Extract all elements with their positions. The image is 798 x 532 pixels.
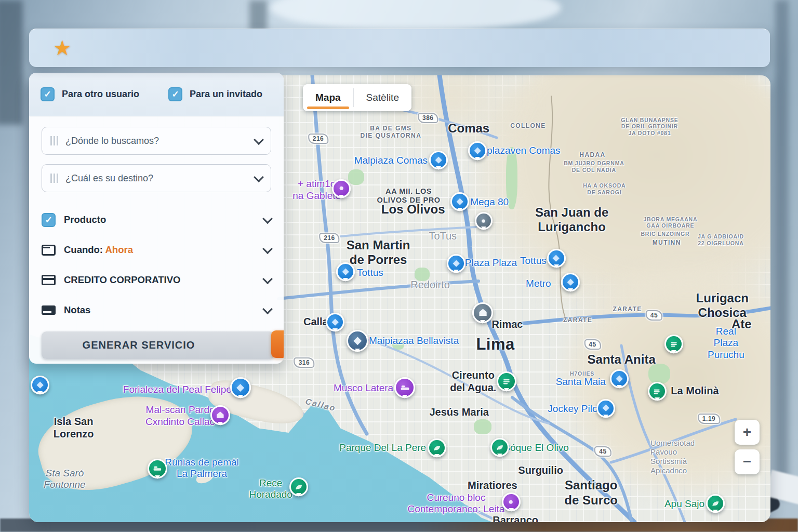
map-marker-bag-icon[interactable] (347, 330, 368, 352)
notes-row[interactable]: Notas (42, 295, 271, 325)
map-marker-bag-icon[interactable] (447, 254, 466, 273)
credit-card-icon (42, 275, 56, 285)
map-marker-bag-icon[interactable] (610, 369, 629, 388)
map-label: Lima (476, 335, 514, 354)
map-label: Miratiores (468, 480, 517, 493)
map-label: Cireunto del Agua. (450, 369, 496, 394)
map-label: Comas (448, 121, 489, 136)
note-icon (42, 305, 56, 315)
zoom-out-button[interactable]: − (735, 449, 760, 474)
panel-body: ✓ Producto Cuando: Ahora CREDITO CORPORA… (29, 116, 284, 359)
map-marker-bag-icon[interactable] (561, 273, 580, 291)
map-label: Barranco (493, 514, 538, 522)
chevron-down-icon[interactable] (262, 274, 273, 284)
map-label[interactable]: Tottus (520, 255, 547, 267)
when-row[interactable]: Cuando: Ahora (42, 235, 271, 265)
map-label[interactable]: Forialeza del Peal Felipe (123, 383, 232, 395)
favorite-star-icon[interactable]: ★ (53, 37, 72, 58)
map-marker-bed-icon[interactable] (394, 377, 415, 398)
map-marker-bag-icon[interactable] (450, 192, 469, 211)
map-label: ZARATE (563, 316, 592, 324)
chevron-down-icon[interactable] (262, 244, 273, 254)
map-label[interactable]: Cureuno bloc Contemporanco: Leita (407, 491, 504, 515)
map-label[interactable]: Musco Latera (334, 382, 393, 394)
pickup-input[interactable] (64, 135, 248, 147)
drag-handle-icon (50, 136, 52, 145)
zoom-in-button[interactable]: + (735, 420, 760, 445)
map-marker-bag-icon[interactable] (468, 141, 487, 160)
generate-service-button[interactable]: GENERAR SERVICIO (42, 331, 274, 359)
map-label: AA MII. LOS OLIVOS DE PRO (377, 187, 441, 205)
screen: 21638621645451.1945316 ComasLos OlivosSa… (0, 0, 798, 532)
map-label[interactable]: Metro (526, 278, 551, 289)
map-marker-leaf-icon[interactable] (428, 438, 446, 457)
map-label[interactable]: Apu Sajo (664, 498, 704, 510)
chevron-down-icon[interactable] (262, 304, 273, 314)
map-label[interactable]: Uomersiotad Pavouo Sortissmià Apicadnco (650, 438, 695, 475)
map-marker-dot-icon[interactable] (502, 493, 521, 511)
map-marker-house-icon[interactable] (472, 302, 493, 323)
road-shield: 45 (584, 339, 601, 350)
map-marker-bag-icon[interactable] (230, 377, 251, 398)
map-label: JA G ADBIOA/D 22 OIGRLUONA (698, 233, 744, 246)
map-label[interactable]: Mega 80 (470, 196, 509, 208)
map-label[interactable]: Real Plaza Puruchu (704, 326, 749, 361)
map-marker-burger-icon[interactable] (648, 382, 667, 401)
road-shield: 316 (294, 357, 315, 368)
payment-row[interactable]: CREDITO CORPORATIVO (42, 265, 271, 295)
map-marker-dot-icon[interactable] (332, 179, 351, 198)
window-frame-decor (0, 0, 23, 125)
map-marker-bag-icon[interactable] (326, 313, 344, 331)
chevron-down-icon[interactable] (254, 172, 264, 182)
map-label[interactable]: Parque Del La Pere (339, 442, 426, 454)
map-marker-bag-icon[interactable] (336, 262, 355, 281)
map-label[interactable]: Mal-scan Pardo Cxndinto Callao (145, 404, 215, 428)
checkbox-product[interactable]: ✓ (42, 213, 56, 227)
map-label: COLLONE (510, 122, 546, 129)
map-marker-bed-icon[interactable] (148, 459, 167, 478)
map-marker-burger-icon[interactable] (664, 335, 683, 353)
generate-service-arrow-button[interactable]: ❯ (271, 330, 284, 358)
destination-field[interactable] (42, 164, 271, 192)
map-marker-bag-icon[interactable] (596, 399, 615, 418)
product-row[interactable]: ✓ Producto (42, 205, 271, 235)
road-shield: 1.19 (698, 414, 720, 424)
map-label[interactable]: Rece Horadado (249, 477, 292, 500)
map-marker-leaf-icon[interactable] (289, 477, 308, 496)
notes-label: Notas (64, 304, 256, 316)
map-label[interactable]: Malpiaza Comas (354, 155, 428, 166)
map-label: BRIC LNZOINGR (641, 231, 689, 237)
when-value: Ahora (105, 244, 132, 255)
map-label: ToTus (429, 230, 457, 243)
map-label[interactable]: Rúnias de pemál La Palmera (165, 457, 239, 480)
road-shield: 216 (319, 233, 340, 243)
chevron-down-icon[interactable] (254, 135, 264, 145)
map-label: Redoirto (410, 279, 450, 291)
map-label[interactable]: plazaven Comas (487, 145, 561, 156)
destination-input[interactable] (64, 172, 248, 184)
tab-mapa[interactable]: Mapa (303, 84, 353, 111)
map-label: HA A OKSODA DE SAROGI (583, 182, 626, 195)
pickup-field[interactable] (42, 127, 271, 155)
map-label[interactable]: Bóque El Olivo (503, 442, 569, 454)
tab-satelite[interactable]: Satèlite (354, 84, 411, 111)
map-label[interactable]: Santa Maia (556, 376, 606, 388)
chevron-down-icon[interactable] (262, 214, 273, 224)
map-marker-burger-icon[interactable] (497, 371, 516, 391)
checkbox-guest[interactable]: ✓ (168, 87, 182, 101)
map-marker-bag-icon[interactable] (429, 151, 448, 169)
map-label[interactable]: Jockey Pilon (548, 403, 603, 414)
map-marker-dot-icon[interactable] (475, 212, 493, 230)
map-label[interactable]: Maipiazaa Bellavista (369, 335, 459, 347)
map-marker-leaf-icon[interactable] (706, 494, 725, 513)
checkbox-other-user[interactable]: ✓ (41, 87, 55, 101)
map-marker-bag-icon[interactable] (31, 376, 49, 394)
top-bar: ★ (29, 29, 770, 67)
map-marker-bag-icon[interactable] (547, 249, 566, 268)
road-shield: 216 (308, 134, 329, 144)
map-marker-house-icon[interactable] (210, 405, 230, 425)
map-marker-leaf-icon[interactable] (490, 438, 509, 457)
map-label[interactable]: Plaza Plaza (465, 257, 517, 269)
map-label[interactable]: Tottus (357, 267, 383, 278)
drag-handle-icon (50, 174, 52, 183)
